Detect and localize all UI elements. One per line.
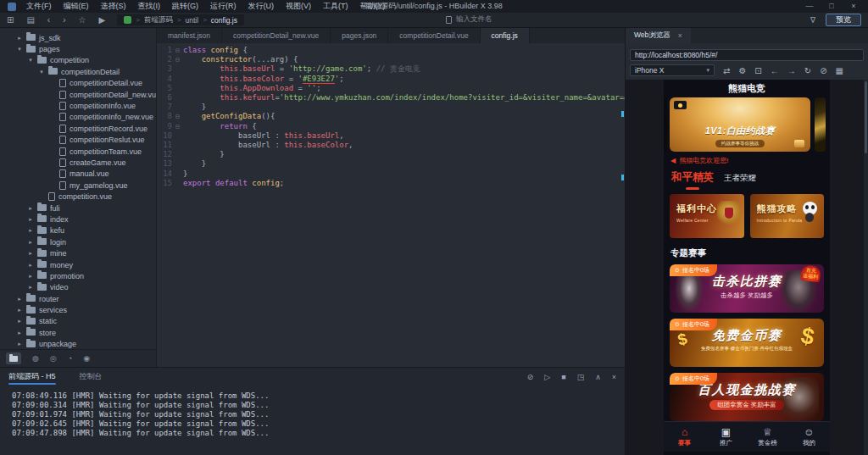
- tree-item-competition.vue[interactable]: competition.vue: [0, 191, 156, 202]
- menubar-item-1[interactable]: 编辑(E): [58, 0, 95, 13]
- fold-icon[interactable]: ⊟: [172, 46, 183, 55]
- breadcrumb-item[interactable]: 前端源码: [144, 15, 173, 25]
- menubar-item-2[interactable]: 选择(S): [95, 0, 132, 13]
- tabbar-item-我的[interactable]: ☺我的: [788, 422, 830, 452]
- game-tab-和平精英[interactable]: 和平精英: [671, 170, 714, 185]
- tree-item-video[interactable]: ▸video: [0, 282, 156, 293]
- tree-item-competitionDetail.vue[interactable]: competitionDetail.vue: [0, 78, 156, 89]
- banner-slide[interactable]: 1V1:自由约战赛 约战赛事等你挑战: [670, 97, 810, 152]
- network-icon[interactable]: ◉: [83, 354, 90, 363]
- fold-icon[interactable]: ⊟: [172, 112, 183, 121]
- tree-item-kefu[interactable]: ▸kefu: [0, 225, 156, 236]
- tree-item-competition[interactable]: ▾competition: [0, 55, 156, 66]
- devtools-icon[interactable]: ⊡: [754, 66, 761, 75]
- debug-icon[interactable]: ◎: [50, 354, 57, 363]
- tree-item-competitionInfo.vue[interactable]: competitionInfo.vue: [0, 100, 156, 111]
- forward-icon[interactable]: →: [787, 66, 796, 75]
- tree-item-fuli[interactable]: ▸fuli: [0, 203, 156, 214]
- menubar-item-7[interactable]: 视图(V): [280, 0, 317, 13]
- editor-tab-competitionDetail_new.vue[interactable]: competitionDetail_new.vue: [222, 28, 331, 43]
- tree-item-competitionDetail[interactable]: ▾competitionDetail: [0, 66, 156, 77]
- editor-tab-pages.json[interactable]: pages.json: [331, 28, 388, 43]
- url-input[interactable]: [630, 49, 864, 61]
- close-button[interactable]: ×: [843, 0, 865, 13]
- save-icon[interactable]: ▤: [26, 13, 34, 27]
- tree-item-competitionDetail_new.vue[interactable]: competitionDetail_new.vue: [0, 89, 156, 100]
- new-file-icon[interactable]: ⊞: [7, 13, 14, 27]
- editor-tab-config.js[interactable]: config.js: [481, 28, 530, 43]
- tree-item-mine[interactable]: ▸mine: [0, 247, 156, 258]
- tabbar-item-赛事[interactable]: ⌂赛事: [664, 422, 705, 452]
- clear-cache-icon[interactable]: ⊘: [820, 66, 826, 75]
- editor-tab-manifest.json[interactable]: manifest.json: [157, 28, 222, 43]
- fold-icon[interactable]: ⊟: [172, 55, 183, 64]
- menubar-item-3[interactable]: 查找(I): [132, 0, 167, 13]
- scrollbar-thumb[interactable]: [865, 81, 867, 153]
- tree-item-static[interactable]: ▸static: [0, 316, 156, 327]
- preview-button[interactable]: 预览: [826, 14, 861, 26]
- game-tab-王者荣耀[interactable]: 王者荣耀: [724, 173, 756, 184]
- history-icon[interactable]: ◔: [68, 354, 72, 363]
- tabbar-item-推广[interactable]: ▣推广: [705, 422, 747, 452]
- tree-item-competitionTeam.vue[interactable]: competitionTeam.vue: [0, 146, 156, 157]
- favorite-icon[interactable]: ☆: [79, 13, 86, 27]
- tab-web-browser[interactable]: Web浏览器 ×: [626, 28, 691, 43]
- tree-item-competitionInfo_new.vue[interactable]: competitionInfo_new.vue: [0, 112, 156, 123]
- back-icon[interactable]: ‹: [47, 13, 50, 27]
- tree-item-js_sdk[interactable]: ▸js_sdk: [0, 32, 156, 43]
- console-tab-前端源码 - H5[interactable]: 前端源码 - H5: [8, 368, 56, 386]
- qrcode-icon[interactable]: ▦: [836, 66, 843, 75]
- event-card-免费金币赛[interactable]: ⊙报名中0场$$免费金币赛免费报名赛事·赚金币换门票·再夺红包领现金: [670, 319, 824, 367]
- minimize-button[interactable]: —: [798, 0, 821, 13]
- breadcrumb-item[interactable]: config.js: [211, 16, 237, 25]
- menubar-item-0[interactable]: 文件(F): [20, 0, 58, 13]
- refresh-icon[interactable]: ↻: [804, 66, 811, 75]
- tree-item-money[interactable]: ▸money: [0, 259, 156, 270]
- run-icon[interactable]: ▷: [544, 373, 550, 381]
- back-icon[interactable]: ←: [771, 66, 779, 75]
- menubar-item-4[interactable]: 跳转(G): [166, 0, 204, 13]
- fold-icon[interactable]: ⊟: [172, 122, 183, 131]
- settings-icon[interactable]: ⚙: [738, 66, 746, 75]
- files-explorer-icon[interactable]: [6, 352, 21, 364]
- menubar-item-8[interactable]: 工具(T): [317, 0, 354, 13]
- clear-console-icon[interactable]: ⊘: [527, 373, 534, 381]
- tabbar-item-赏金榜[interactable]: ♕赏金榜: [747, 422, 788, 452]
- close-tab-icon[interactable]: ×: [678, 31, 682, 40]
- feature-card-福利中心[interactable]: 福利中心Welfare Center: [670, 194, 744, 238]
- filter-icon[interactable]: ∇: [810, 16, 815, 25]
- menubar-item-5[interactable]: 运行(R): [204, 0, 242, 13]
- run-icon[interactable]: ▶: [99, 13, 106, 27]
- breadcrumb-item[interactable]: until: [186, 16, 199, 25]
- stop-icon[interactable]: ■: [561, 373, 565, 381]
- console-tab-控制台[interactable]: 控制台: [80, 368, 103, 386]
- code-area[interactable]: 1⊟class config {2⊟ constructor(...arg) {…: [157, 43, 625, 367]
- event-card-百人现金挑战赛[interactable]: ⊙报名中0场百人现金挑战赛组团拿赏金 奖励丰富: [670, 373, 824, 421]
- tree-item-pages[interactable]: ▾pages: [0, 43, 156, 54]
- panel-scrollbar[interactable]: [864, 80, 868, 455]
- menubar-item-6[interactable]: 发行(U): [242, 0, 281, 13]
- tree-item-my_gamelog.vue[interactable]: my_gamelog.vue: [0, 180, 156, 191]
- breadcrumb[interactable]: >前端源码>until>config.js: [117, 14, 244, 25]
- tree-item-router[interactable]: ▸router: [0, 293, 156, 304]
- tree-item-unpackage[interactable]: ▸unpackage: [0, 339, 156, 349]
- tree-item-manual.vue[interactable]: manual.vue: [0, 169, 156, 180]
- tree-item-store[interactable]: ▸store: [0, 327, 156, 338]
- tree-item-promotion[interactable]: ▸promotion: [0, 270, 156, 281]
- forward-icon[interactable]: ›: [63, 13, 65, 27]
- feature-card-熊猫攻略[interactable]: 熊猫攻略Introduction to Panda: [750, 194, 825, 238]
- banner-carousel[interactable]: 1V1:自由约战赛 约战赛事等你挑战: [664, 97, 830, 152]
- device-select[interactable]: iPhone X ▾: [630, 64, 715, 76]
- tree-item-services[interactable]: ▸services: [0, 304, 156, 315]
- tree-item-index[interactable]: ▸index: [0, 214, 156, 225]
- editor-tab-competitionDetail.vue[interactable]: competitionDetail.vue: [388, 28, 480, 43]
- search-files[interactable]: 输入文件名: [446, 14, 492, 25]
- notice-bar[interactable]: ◀ 熊猫电竞欢迎您!: [664, 153, 830, 167]
- tree-item-createGame.vue[interactable]: createGame.vue: [0, 157, 156, 168]
- maximize-button[interactable]: □: [821, 0, 843, 13]
- plugins-icon[interactable]: ◍: [32, 354, 39, 363]
- rotate-device-icon[interactable]: ⇄: [723, 66, 730, 75]
- tree-item-competitionReslut.vue[interactable]: competitionReslut.vue: [0, 135, 156, 146]
- close-console-icon[interactable]: ×: [612, 373, 616, 381]
- tree-item-competitionRecord.vue[interactable]: competitionRecord.vue: [0, 123, 156, 134]
